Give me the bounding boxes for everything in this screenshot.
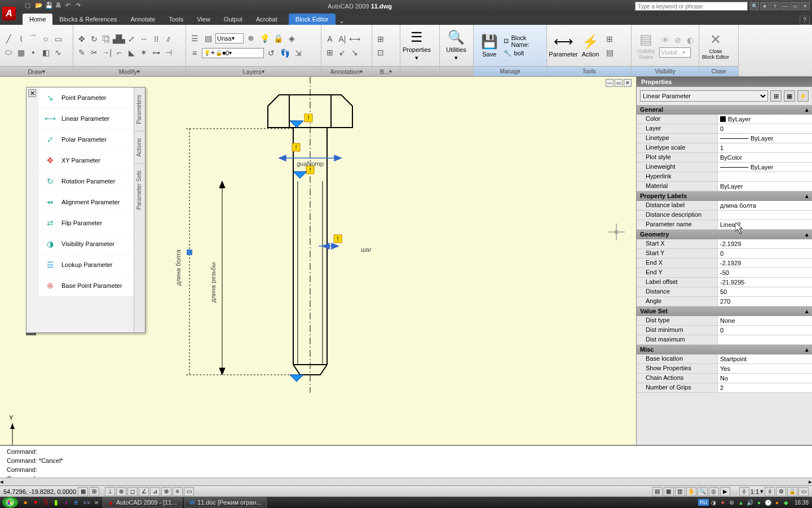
properties-panel-header[interactable]: Properties (637, 77, 812, 87)
polar-toggle[interactable]: ⊛ (116, 487, 126, 496)
ribbon-help-icon[interactable]: ? (800, 16, 810, 25)
search-button[interactable]: 🔍 (750, 2, 759, 10)
ortho-toggle[interactable]: ⊥ (105, 487, 115, 496)
help-icon[interactable]: ? (770, 2, 779, 10)
props-value[interactable]: ByColor (718, 153, 812, 162)
props-row[interactable]: Hyperlink (637, 172, 812, 182)
arc-icon[interactable]: ⌒ (27, 33, 39, 45)
tab-blocks-references[interactable]: Blocks & References (52, 14, 123, 25)
props-row[interactable]: Layer0 (637, 124, 812, 134)
new-icon[interactable]: ▢ (25, 2, 34, 11)
panel-layers-title[interactable]: Layers ▾ (186, 66, 321, 76)
props-row[interactable]: ColorByLayer (637, 115, 812, 124)
search-input[interactable] (635, 2, 748, 11)
layer-current-combo[interactable]: 💡☀🔓■ 0 ▾ (202, 48, 264, 58)
props-value[interactable]: ByLayer (718, 134, 812, 143)
props-row[interactable]: Plot styleByColor (637, 153, 812, 163)
props-row[interactable]: MaterialByLayer (637, 182, 812, 191)
props-row[interactable]: End Y-50 (637, 268, 812, 278)
define-attr-icon[interactable]: ⊞ (603, 33, 616, 45)
props-value[interactable] (718, 335, 812, 344)
props-value[interactable] (718, 211, 812, 220)
rect-icon[interactable]: ▭ (52, 33, 64, 45)
vis-make-invisible-icon[interactable]: ⊘ (672, 34, 684, 46)
line-icon[interactable]: ╱ (2, 33, 15, 45)
app-logo[interactable]: A (2, 7, 16, 20)
tray-icon[interactable]: ◑ (710, 498, 718, 506)
save-block-button[interactable]: 💾Save (476, 28, 502, 64)
table-icon[interactable]: ⊞ (324, 46, 336, 59)
start-button[interactable] (2, 497, 18, 508)
layer-freeze-icon[interactable]: ❄ (245, 32, 257, 45)
grip-arrow[interactable] (290, 121, 303, 128)
otrack-toggle[interactable]: ∠ (139, 487, 149, 496)
minimize-button[interactable]: — (780, 2, 789, 10)
tab-acrobat[interactable]: Acrobat (249, 14, 284, 25)
taskbar-app-word[interactable]: W11.doc [Режим огран... (184, 497, 267, 507)
props-section-value_set[interactable]: Value Set▴ (637, 306, 812, 316)
props-section-misc[interactable]: Misc▴ (637, 345, 812, 354)
vis-mode-icon[interactable]: ◐ (684, 34, 696, 46)
open-icon[interactable]: 📂 (35, 2, 44, 11)
spline-icon[interactable]: ∿ (52, 46, 64, 59)
props-value[interactable]: Linear2 (718, 220, 812, 229)
props-value[interactable]: ByLayer (718, 163, 812, 172)
minimize-view-icon[interactable]: — (606, 79, 614, 87)
palette-item-lookup-parameter[interactable]: ☰Lookup Parameter (39, 255, 145, 275)
props-value[interactable]: Yes (718, 364, 812, 373)
props-row[interactable]: LinetypeByLayer (637, 134, 812, 143)
props-value[interactable]: -21.9295 (718, 278, 812, 287)
layer-walk-icon[interactable]: 👣 (279, 47, 291, 59)
ribbon-expand-icon[interactable]: ⌄ (339, 17, 345, 25)
region-icon[interactable]: ◧ (39, 46, 52, 59)
point-icon[interactable]: • (27, 46, 39, 59)
tab-view[interactable]: View (190, 14, 217, 25)
props-row[interactable]: End X-2.1929 (637, 259, 812, 268)
scale-icon[interactable]: ⤢ (125, 33, 138, 45)
insert-block-icon[interactable]: ⊞ (374, 33, 387, 45)
maximize-button[interactable]: ▭ (791, 2, 800, 10)
close-block-editor-button[interactable]: ✕Close Block Editor (701, 28, 730, 64)
tab-annotate[interactable]: Annotate (123, 14, 162, 25)
offset-icon[interactable]: ⫽ (162, 33, 175, 45)
quick-select-icon[interactable]: ⚡ (797, 90, 809, 102)
vis-make-visible-icon[interactable]: 👁 (659, 34, 672, 46)
command-line-area[interactable]: Command: Command: *Cancel* Command: Comm… (0, 445, 812, 485)
palette-item-linear-parameter[interactable]: ⟷Linear Parameter (39, 108, 145, 129)
ql-icon[interactable]: ● (21, 498, 30, 507)
props-section-property_labels[interactable]: Property Labels▴ (637, 191, 812, 201)
copy-icon[interactable]: ⿻ (100, 33, 113, 45)
circle-icon[interactable]: ○ (39, 33, 52, 45)
ql-icon[interactable]: ▮ (51, 498, 60, 507)
tray-icon[interactable]: 🔊 (746, 498, 754, 506)
props-row[interactable]: Parameter nameLinear2 (637, 220, 812, 230)
props-row[interactable]: Distance description (637, 211, 812, 220)
grip-arrow[interactable] (290, 375, 303, 382)
palette-item-flip-parameter[interactable]: ⇄Flip Parameter (39, 213, 145, 234)
tab-tools[interactable]: Tools (162, 14, 191, 25)
props-value[interactable]: -2.1929 (718, 259, 812, 268)
join-icon[interactable]: ⊶ (150, 46, 162, 59)
props-row[interactable]: Angle270 (637, 297, 812, 306)
props-value[interactable]: 0 (718, 124, 812, 133)
palette-close-button[interactable]: ✕ (28, 89, 36, 97)
props-value[interactable] (718, 172, 812, 181)
leader-icon[interactable]: ↙ (336, 46, 348, 59)
palette-item-polar-parameter[interactable]: ⤢Polar Parameter (39, 129, 145, 150)
showmotion-icon[interactable]: ▶ (720, 487, 730, 496)
explode-icon[interactable]: ✶ (138, 46, 150, 59)
tray-icon[interactable]: ◆ (782, 498, 790, 506)
panel-block-title[interactable]: B... ▾ (372, 66, 400, 76)
tab-block-editor[interactable]: Block Editor (289, 14, 336, 25)
ql-icon[interactable]: » (92, 498, 101, 507)
trim-icon[interactable]: ✂ (88, 46, 100, 59)
props-value[interactable]: 1 (718, 143, 812, 152)
tab-home[interactable]: Home (23, 14, 52, 25)
block-name-value[interactable]: bolt (514, 50, 524, 56)
props-section-general[interactable]: General▴ (637, 105, 812, 115)
toggle-pickadd-icon[interactable]: ⊞ (770, 90, 782, 102)
props-row[interactable]: Dist maximum (637, 335, 812, 345)
props-value[interactable]: 50 (718, 287, 812, 296)
annotation-scale-icon[interactable]: ⟠ (739, 487, 749, 496)
stretch-icon[interactable]: ↔ (138, 33, 150, 45)
